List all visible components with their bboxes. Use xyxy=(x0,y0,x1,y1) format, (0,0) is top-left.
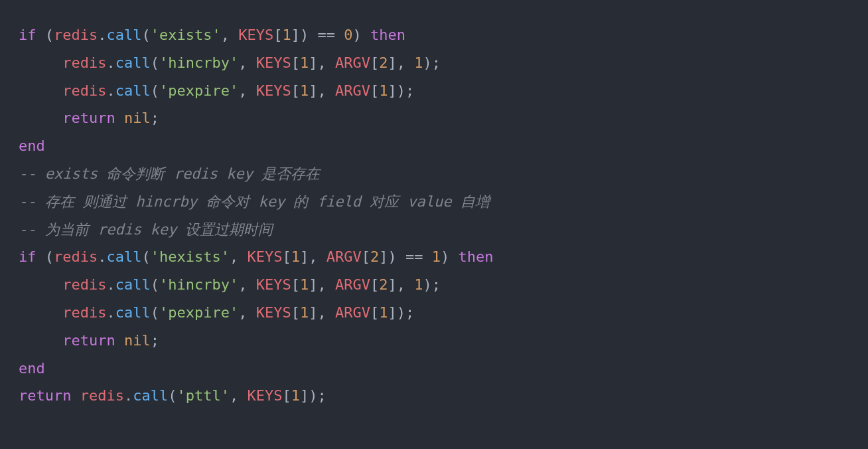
token-paren: ( xyxy=(151,276,159,293)
code-line: end xyxy=(19,132,849,160)
token-paren: ( xyxy=(151,82,159,99)
token-num: 0 xyxy=(344,27,352,43)
indent xyxy=(19,110,62,126)
token-paren: ( xyxy=(141,27,150,43)
token-punct: , xyxy=(238,304,256,321)
token-punct: ], xyxy=(309,276,335,293)
token-kw: then xyxy=(370,27,405,43)
token-paren: ( xyxy=(141,248,150,265)
token-punct: ); xyxy=(423,276,441,293)
token-id: KEYS xyxy=(256,276,291,293)
token-id: redis xyxy=(54,248,98,265)
token-punct: . xyxy=(98,248,106,265)
token-paren: ( xyxy=(45,27,54,43)
token-kw: end xyxy=(19,360,45,377)
token-str: 'pexpire' xyxy=(159,82,238,99)
token-paren: ) xyxy=(352,27,370,43)
token-punct: [ xyxy=(291,276,300,293)
token-kw: return xyxy=(62,332,124,349)
indent xyxy=(19,276,62,293)
token-punct: . xyxy=(106,82,115,99)
token-call: call xyxy=(115,82,151,99)
code-line: -- 存在 则通过 hincrby 命令对 key 的 field 对应 val… xyxy=(19,188,849,216)
token-id: KEYS xyxy=(256,82,291,99)
token-id: redis xyxy=(62,276,106,293)
token-str: 'exists' xyxy=(151,27,221,43)
token-punct: , xyxy=(238,54,256,71)
token-punct: [ xyxy=(282,387,291,404)
code-line: return redis.call('pttl', KEYS[1]); xyxy=(19,382,849,410)
token-id: KEYS xyxy=(247,387,282,404)
token-punct: [ xyxy=(282,248,291,265)
token-punct: , xyxy=(230,248,248,265)
token-num: 1 xyxy=(300,82,309,99)
token-num: 1 xyxy=(300,304,309,321)
code-line: return nil; xyxy=(19,104,849,132)
token-id: redis xyxy=(80,387,124,404)
token-num: 1 xyxy=(414,54,423,71)
token-str: 'hexists' xyxy=(151,248,230,265)
token-num: 2 xyxy=(379,54,388,71)
token-call: call xyxy=(115,54,151,71)
token-punct: . xyxy=(106,276,115,293)
token-punct: [ xyxy=(370,82,379,99)
token-id: redis xyxy=(54,27,98,43)
token-id: ARGV xyxy=(335,82,370,99)
token-call: call xyxy=(133,387,168,404)
indent xyxy=(19,82,62,99)
token-punct: [ xyxy=(370,276,379,293)
token-comment: -- 存在 则通过 hincrby 命令对 key 的 field 对应 val… xyxy=(19,193,490,210)
token-punct: ]); xyxy=(388,304,414,321)
token-kw: return xyxy=(62,110,124,126)
token-paren: ( xyxy=(45,248,54,265)
code-line: redis.call('pexpire', KEYS[1], ARGV[1]); xyxy=(19,77,849,105)
token-kw: end xyxy=(19,137,45,154)
token-id: redis xyxy=(62,82,106,99)
token-comment: -- 为当前 redis key 设置过期时间 xyxy=(19,221,273,238)
token-punct: [ xyxy=(273,27,282,43)
token-str: 'hincrby' xyxy=(159,276,238,293)
token-id: ARGV xyxy=(335,54,370,71)
token-call: call xyxy=(115,304,151,321)
token-punct: ], xyxy=(309,54,335,71)
token-id: redis xyxy=(62,54,106,71)
token-str: 'pttl' xyxy=(177,387,229,404)
token-call: call xyxy=(106,27,141,43)
token-punct: , xyxy=(238,276,256,293)
token-id: ARGV xyxy=(326,248,362,265)
token-kw: then xyxy=(458,248,493,265)
token-punct: ]) == xyxy=(291,27,344,43)
token-punct: ], xyxy=(309,304,335,321)
code-line: end xyxy=(19,355,849,383)
code-line: -- exists 命令判断 redis key 是否存在 xyxy=(19,160,849,188)
token-str: 'pexpire' xyxy=(159,304,238,321)
token-paren: ( xyxy=(168,387,177,404)
code-line: redis.call('hincrby', KEYS[1], ARGV[2], … xyxy=(19,271,849,299)
token-kw: if xyxy=(19,27,45,43)
token-punct: [ xyxy=(370,54,379,71)
code-line: if (redis.call('hexists', KEYS[1], ARGV[… xyxy=(19,243,849,271)
indent xyxy=(19,304,62,321)
token-punct: ); xyxy=(423,54,441,71)
token-num: 1 xyxy=(282,27,291,43)
token-num: 1 xyxy=(291,248,300,265)
token-id: KEYS xyxy=(247,248,282,265)
token-punct: ; xyxy=(151,332,159,349)
token-punct: ], xyxy=(309,82,335,99)
token-punct: ], xyxy=(388,276,414,293)
token-punct: ]) == xyxy=(379,248,431,265)
token-num: 1 xyxy=(300,276,309,293)
token-num: 1 xyxy=(432,248,441,265)
code-block: if (redis.call('exists', KEYS[1]) == 0) … xyxy=(19,21,849,410)
token-id: KEYS xyxy=(238,27,273,43)
token-punct: . xyxy=(98,27,106,43)
token-str: 'hincrby' xyxy=(159,54,238,71)
token-kw: if xyxy=(19,248,45,265)
token-punct: [ xyxy=(370,304,379,321)
token-punct: . xyxy=(106,54,115,71)
code-line: if (redis.call('exists', KEYS[1]) == 0) … xyxy=(19,21,849,49)
token-call: call xyxy=(106,248,141,265)
code-line: return nil; xyxy=(19,327,849,355)
indent xyxy=(19,54,62,71)
token-id: ARGV xyxy=(335,304,370,321)
